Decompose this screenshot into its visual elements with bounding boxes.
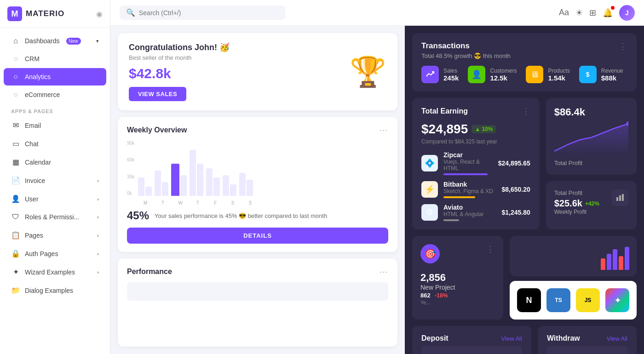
weekly-profit-sub-label: Weekly Profit [554, 209, 599, 215]
withdraw-view-all[interactable]: View All [607, 335, 627, 342]
congrats-title: Congratulations John! 🥳 [129, 42, 230, 52]
profit-big-amount: $86.4k [554, 106, 628, 118]
mini-bar-chart-card [510, 236, 637, 276]
performance-title: Performance [127, 268, 172, 276]
transactions-header-left: Transactions Total 48.5% growth 😎 this m… [421, 41, 511, 66]
bitbank-icon: ⚡ [421, 181, 438, 198]
bar-7a [239, 173, 246, 196]
total-earning-dots[interactable]: ⋮ [522, 106, 530, 116]
earning-list: 💠 Zipcar Vuejs, React & HTML $24,895.65 … [421, 151, 530, 221]
withdraw-header: Withdraw View All [547, 334, 627, 343]
svg-rect-3 [622, 194, 624, 201]
bitbank-amount: $8,650.20 [501, 186, 530, 193]
search-input[interactable] [139, 9, 279, 17]
sidebar-item-calendar[interactable]: ▦ Calendar [4, 153, 106, 171]
home-icon: ⌂ [11, 37, 20, 45]
bar-2b [162, 182, 168, 196]
sidebar-toggle-icon[interactable]: ◉ [96, 10, 103, 18]
performance-dots-menu[interactable]: ⋯ [380, 267, 388, 277]
weekly-description: Your sales performance is 45% 😎 better c… [155, 212, 327, 219]
tech-logos-card: N TS JS ✦ [510, 281, 637, 320]
sidebar-item-crm[interactable]: ○ CRM [4, 50, 106, 68]
sidebar-item-email[interactable]: ✉ Email [4, 116, 106, 134]
aviato-amount: $1,245.80 [501, 209, 530, 216]
chat-icon: ▭ [11, 139, 20, 148]
sidebar-item-user[interactable]: 👤 User › [4, 190, 106, 208]
chart-icon-btn[interactable] [612, 189, 628, 206]
earning-item-zipcar: 💠 Zipcar Vuejs, React & HTML $24,895.65 [421, 151, 530, 175]
grid-icon[interactable]: ⊞ [589, 8, 596, 18]
customers-icon: 👤 [468, 66, 485, 83]
dialog-icon: 📁 [11, 286, 20, 295]
new-badge: New [66, 38, 81, 45]
transactions-title: Transactions [421, 41, 511, 51]
sidebar-item-dashboards[interactable]: ⌂ Dashboards New ▾ [4, 32, 106, 50]
chevron-right-icon-2: › [97, 196, 99, 202]
earning-badge: ▲ 10% [472, 125, 496, 133]
earning-item-aviato: ⚙ Aviato HTML & Angular $1,245.80 [421, 204, 530, 221]
products-icon: 🖥 [526, 66, 543, 83]
project-year-label: Ye... [420, 300, 495, 305]
weekly-profit-amount-row: $25.6k +42% [554, 198, 599, 209]
calendar-icon: ▦ [11, 158, 20, 166]
sidebar-item-analytics[interactable]: ○ Analytics [4, 68, 106, 86]
transactions-subtitle: Total 48.5% growth 😎 this month [421, 52, 511, 59]
sidebar-item-roles[interactable]: 🛡 Roles & Permissi... › [4, 208, 106, 226]
zipcar-info: Zipcar Vuejs, React & HTML [443, 151, 493, 175]
sidebar-item-auth[interactable]: 🔒 Auth Pages › [4, 245, 106, 263]
translate-icon[interactable]: Aa [559, 8, 569, 17]
search-bar[interactable]: 🔍 [120, 6, 285, 20]
svg-rect-1 [616, 197, 618, 201]
congrats-content: Congratulations John! 🥳 Best seller of t… [129, 42, 230, 101]
circle-active-icon: ○ [11, 73, 20, 81]
avatar[interactable]: J [619, 5, 635, 21]
transactions-stats: Sales 245k 👤 Customers 12.5k 🖥 [421, 66, 627, 83]
project-dots-menu[interactable]: ⋮ [486, 244, 495, 254]
transactions-dots-menu[interactable]: ⋮ [619, 41, 627, 51]
bar-5b [213, 177, 220, 196]
project-icon: 🎯 [420, 244, 440, 263]
shield-icon: 🛡 [11, 213, 20, 221]
project-number: 2,856 [420, 272, 495, 284]
bell-icon[interactable]: 🔔 [603, 8, 613, 18]
sidebar-item-ecommerce[interactable]: ○ eCommerce [4, 86, 106, 103]
weekly-overview-header: Weekly Overview ⋯ [127, 125, 388, 135]
weekly-dots-menu[interactable]: ⋯ [380, 125, 388, 135]
mini-bar-1 [601, 258, 605, 270]
zipcar-icon: 💠 [421, 155, 438, 171]
trophy-icon: 🏆 [350, 55, 386, 89]
total-earning-header: Total Earning ⋮ [421, 106, 530, 116]
performance-card: Performance ⋯ [118, 258, 397, 347]
sidebar-item-invoice[interactable]: 📄 Invoice › [4, 171, 106, 189]
customers-stat-info: Customers 12.5k [490, 68, 517, 82]
sidebar-item-wizard[interactable]: ✦ Wizard Examples › [4, 263, 106, 281]
deposit-view-all[interactable]: View All [501, 335, 522, 342]
chevron-right-icon: › [97, 178, 99, 183]
deposit-placeholder [421, 346, 522, 354]
sidebar-item-pages[interactable]: 📋 Pages › [4, 226, 106, 244]
sun-icon[interactable]: ☀ [575, 8, 583, 18]
weekly-profit-top-label: Total Profit [554, 189, 599, 196]
bar-5a [206, 168, 213, 196]
revenue-icon: $ [579, 66, 597, 83]
bitbank-info: Bitbank Sketch, Figma & XD [443, 181, 496, 198]
chevron-right-icon-4: › [97, 233, 99, 238]
mini-bar-5 [625, 247, 629, 270]
chevron-right-icon-3: › [97, 214, 99, 220]
javascript-logo: JS [576, 288, 600, 312]
total-earning-card: Total Earning ⋮ $24,895 ▲ 10% Compared t… [412, 98, 540, 229]
sidebar-item-chat[interactable]: ▭ Chat [4, 135, 106, 153]
typescript-logo: TS [546, 288, 570, 312]
details-button[interactable]: DETAILS [127, 228, 388, 244]
aviato-bar [443, 219, 459, 221]
nextjs-logo: N [517, 288, 541, 312]
project-change: -18% [435, 292, 448, 299]
wizard-icon: ✦ [11, 268, 20, 276]
earning-amount: $24,895 [421, 122, 468, 137]
bar-1b [145, 187, 152, 196]
sidebar-item-dialog[interactable]: 📁 Dialog Examples [4, 281, 106, 299]
header: 🔍 Aa ☀ ⊞ 🔔 J [110, 0, 644, 26]
view-sales-button[interactable]: VIEW SALES [129, 87, 186, 101]
content-area: Congratulations John! 🥳 Best seller of t… [110, 26, 644, 354]
chart-x-labels: M T W T F S S [136, 200, 388, 206]
